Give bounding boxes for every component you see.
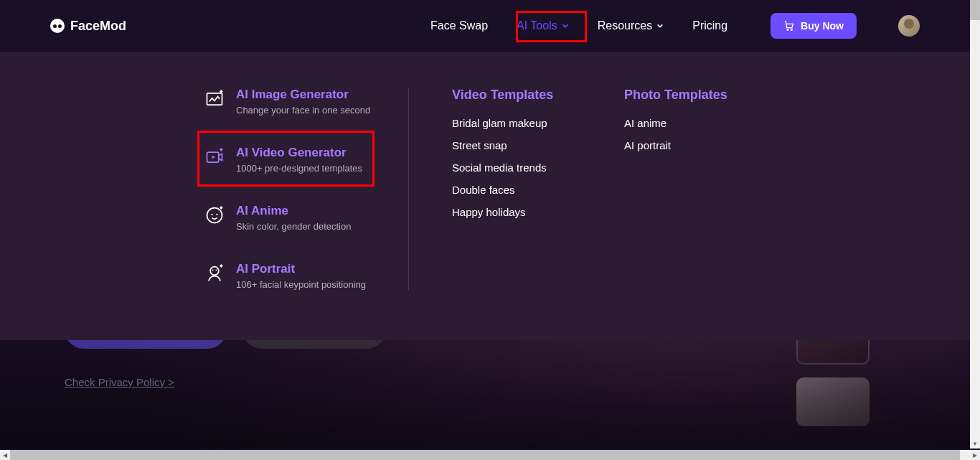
tool-title: AI Video Generator — [236, 146, 362, 160]
template-bridal-glam[interactable]: Bridal glam makeup — [452, 117, 610, 129]
scroll-left-arrow-icon[interactable]: ◀ — [0, 450, 10, 460]
nav-pricing-label: Pricing — [692, 19, 727, 32]
video-generator-icon — [204, 147, 225, 167]
photo-templates-heading: Photo Templates — [624, 88, 727, 103]
tool-ai-portrait[interactable]: AI Portrait 106+ facial keypoint positio… — [204, 262, 408, 290]
template-ai-anime[interactable]: AI anime — [624, 117, 727, 129]
template-double-faces[interactable]: Double faces — [452, 184, 610, 196]
mega-menu: AI Image Generator Change your face in o… — [0, 52, 970, 340]
tool-ai-video-generator[interactable]: AI Video Generator 1000+ pre-designed te… — [204, 146, 408, 174]
nav-ai-tools[interactable]: AI Tools — [517, 19, 569, 32]
vertical-scrollbar[interactable]: ▲ ▼ — [970, 0, 980, 449]
header: FaceMod Face Swap AI Tools Resources Pri… — [0, 0, 970, 52]
avatar[interactable] — [898, 15, 920, 37]
tool-title: AI Portrait — [236, 262, 366, 276]
mega-video-templates-column: Video Templates Bridal glam makeup Stree… — [409, 88, 610, 290]
tool-subtitle: Change your face in one second — [236, 105, 370, 116]
scroll-right-arrow-icon[interactable]: ▶ — [970, 450, 980, 460]
chevron-down-icon — [562, 22, 569, 29]
scroll-down-arrow-icon[interactable]: ▼ — [970, 438, 980, 449]
image-generator-icon — [204, 89, 225, 109]
template-street-snap[interactable]: Street snap — [452, 139, 610, 151]
tool-subtitle: 106+ facial keypoint positioning — [236, 279, 366, 290]
svg-point-8 — [212, 269, 214, 271]
nav-resources[interactable]: Resources — [598, 19, 664, 32]
brand-name: FaceMod — [70, 19, 126, 34]
nav: Face Swap AI Tools Resources Pricing — [430, 13, 920, 39]
logo[interactable]: FaceMod — [50, 19, 126, 34]
buy-now-button[interactable]: Buy Now — [771, 13, 857, 39]
svg-point-4 — [207, 208, 222, 223]
mega-photo-templates-column: Photo Templates AI anime AI portrait — [610, 88, 727, 290]
svg-point-6 — [216, 214, 217, 215]
tool-title: AI Anime — [236, 204, 351, 218]
thumbnail[interactable] — [796, 377, 870, 426]
template-happy-holidays[interactable]: Happy holidays — [452, 206, 610, 218]
video-templates-heading: Video Templates — [452, 88, 610, 103]
horizontal-scrollbar[interactable]: ◀ ▶ — [0, 450, 980, 460]
nav-face-swap[interactable]: Face Swap — [430, 19, 488, 32]
svg-point-5 — [211, 214, 212, 215]
template-social-media[interactable]: Social media trends — [452, 161, 610, 174]
template-ai-portrait[interactable]: AI portrait — [624, 139, 727, 151]
anime-icon — [204, 205, 225, 225]
scrollbar-thumb[interactable] — [10, 450, 960, 460]
nav-face-swap-label: Face Swap — [430, 19, 488, 32]
svg-point-0 — [787, 29, 788, 30]
nav-resources-label: Resources — [598, 19, 652, 32]
svg-point-9 — [215, 269, 217, 271]
svg-point-1 — [791, 29, 792, 30]
buy-now-label: Buy Now — [801, 20, 844, 32]
tool-subtitle: Skin color, gender detection — [236, 221, 351, 232]
tool-subtitle: 1000+ pre-designed templates — [236, 163, 362, 174]
svg-point-7 — [210, 267, 219, 276]
nav-ai-tools-label: AI Tools — [517, 19, 557, 32]
scrollbar-thumb[interactable] — [970, 0, 980, 20]
logo-icon — [50, 19, 65, 33]
cart-icon — [783, 20, 795, 32]
svg-rect-2 — [207, 93, 222, 105]
mega-tools-column: AI Image Generator Change your face in o… — [0, 88, 409, 290]
tool-ai-anime[interactable]: AI Anime Skin color, gender detection — [204, 204, 408, 232]
chevron-down-icon — [656, 22, 664, 29]
nav-pricing[interactable]: Pricing — [692, 19, 727, 32]
tool-ai-image-generator[interactable]: AI Image Generator Change your face in o… — [204, 88, 408, 116]
tool-title: AI Image Generator — [236, 88, 370, 102]
portrait-icon — [204, 263, 225, 283]
